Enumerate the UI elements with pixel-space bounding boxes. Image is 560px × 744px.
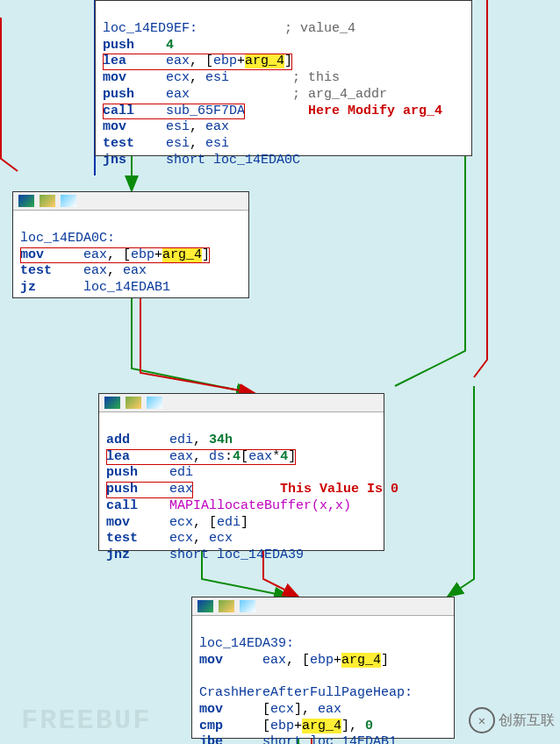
block-header [192, 597, 454, 616]
code-body: add edi, 34h lea eax, ds:4[eax*4] push e… [99, 412, 384, 569]
palette-icon [39, 195, 55, 207]
block-header [13, 192, 248, 211]
tags-icon [240, 600, 255, 612]
label: loc_14EDA0C: [20, 231, 115, 246]
comment: ; value_4 [284, 21, 355, 36]
palette-icon [219, 600, 234, 612]
code-body: loc_14EDA0C: mov eax, [ebp+arg_4] test e… [13, 211, 248, 302]
svg-line-1 [0, 158, 18, 171]
annotation: Here Modify arg_4 [308, 104, 442, 118]
palette-icon [126, 397, 141, 409]
label: loc_14EDA39: [199, 636, 294, 651]
disasm-block-2: loc_14EDA0C: mov eax, [ebp+arg_4] test e… [12, 191, 249, 298]
label-crash: CrashHereAfterFullPageHeap: [199, 685, 413, 700]
tags-icon [61, 195, 76, 207]
watermark-left: FREEBUF [21, 705, 151, 737]
graph-icon [104, 397, 120, 409]
code-body: loc_14EDA39: mov eax, [ebp+arg_4] CrashH… [192, 616, 454, 744]
code-body: loc_14ED9EF: ; value_4 push 4 lea eax, [… [96, 1, 471, 175]
graph-icon [18, 195, 34, 207]
disasm-block-3: add edi, 34h lea eax, ds:4[eax*4] push e… [98, 393, 384, 551]
watermark-right: ✕ 创新互联 [469, 707, 555, 733]
graph-icon [197, 600, 213, 612]
disasm-block-1: loc_14ED9EF: ; value_4 push 4 lea eax, [… [95, 0, 472, 156]
watermark-logo-icon: ✕ [469, 707, 495, 733]
disasm-block-4: loc_14EDA39: mov eax, [ebp+arg_4] CrashH… [191, 597, 455, 739]
annotation: This Value Is 0 [280, 482, 398, 497]
label: loc_14ED9EF: [103, 21, 197, 36]
tags-icon [147, 397, 162, 409]
block-header [99, 394, 384, 412]
